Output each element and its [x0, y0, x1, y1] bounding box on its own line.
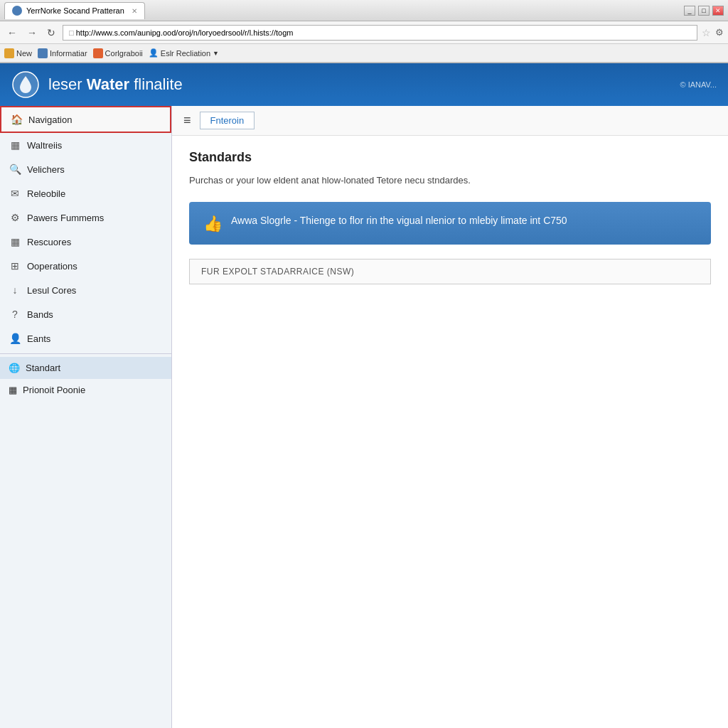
- bookmark-eslr[interactable]: 👤 Eslr Recliation ▼: [149, 48, 219, 58]
- app-brand-text: leser Water flinalite: [48, 75, 183, 94]
- feature-banner[interactable]: 👍 Awwa Slogrle - Thienge to flor rin the…: [189, 202, 711, 245]
- brand-suffix: flinalite: [134, 75, 182, 93]
- bookmark-informatiar[interactable]: Informatiar: [38, 48, 87, 58]
- back-button[interactable]: ←: [4, 26, 20, 40]
- banner-text: Awwa Slogrle - Thienge to flor rin the v…: [231, 213, 567, 228]
- close-button[interactable]: ✕: [712, 6, 724, 16]
- search-icon: 🔍: [9, 163, 21, 176]
- app-header: leser Water flinalite © IANAV...: [0, 63, 728, 106]
- sidebar-item-velichers[interactable]: 🔍 Velichers: [0, 157, 171, 181]
- mail-icon: ✉: [9, 187, 21, 200]
- tab-favicon: [12, 6, 22, 16]
- page-title: Standards: [189, 150, 711, 165]
- sidebar-item-eants[interactable]: 👤 Eants: [0, 326, 171, 350]
- page-description: Purchas or your low eldent anat hlow-lon…: [189, 173, 711, 188]
- browser-tab[interactable]: YerrNorke Socand Pratteran ✕: [4, 2, 145, 19]
- sidebar-releobile-label: Releobile: [27, 188, 65, 199]
- sidebar-item-navigation[interactable]: 🏠 Navigation: [0, 106, 171, 133]
- bookmark-new-label: New: [16, 49, 32, 58]
- window-controls: _ □ ✕: [684, 6, 724, 16]
- main-content: ≡ Fnteroin Standards Purchas or your low…: [172, 106, 728, 728]
- maximize-button[interactable]: □: [698, 6, 710, 16]
- url-text: http://www.s.com/aunipg.ood/oroj/n/loryo…: [76, 28, 294, 37]
- waltreis-icon: ▦: [9, 139, 21, 151]
- sidebar-navigation-label: Navigation: [28, 114, 72, 125]
- bookmark-informatiar-label: Informatiar: [50, 49, 87, 58]
- sidebar-item-standart[interactable]: 🌐 Standart: [0, 357, 171, 379]
- bookmark-new[interactable]: New: [4, 48, 32, 58]
- sidebar-item-prionoit[interactable]: ▦ Prionoit Poonie: [0, 379, 171, 401]
- bookmark-corlgraboii[interactable]: Corlgraboii: [93, 48, 143, 58]
- thumbs-up-icon: 👍: [203, 215, 223, 233]
- sidebar-item-lesul[interactable]: ↓ Lesul Cores: [0, 278, 171, 302]
- filter-tab-button[interactable]: Fnteroin: [200, 112, 255, 129]
- brand-second: Water: [87, 75, 129, 93]
- sidebar-item-waltreis[interactable]: ▦ Waltreiis: [0, 133, 171, 157]
- content-toolbar: ≡ Fnteroin: [172, 106, 728, 136]
- tab-title: YerrNorke Socand Pratteran: [26, 6, 124, 15]
- address-bar: ← → ↻ □ http://www.s.com/aunipg.ood/oroj…: [0, 21, 728, 44]
- export-label-box: FUR EXPOLT STADARRAICE (NSW): [189, 259, 711, 284]
- sidebar-ooperations-label: Ooperations: [27, 261, 77, 272]
- sidebar-standart-label: Standart: [26, 363, 60, 373]
- sidebar-bands-label: Bands: [27, 309, 53, 320]
- url-input[interactable]: □ http://www.s.com/aunipg.ood/oroj/n/lor…: [63, 25, 697, 41]
- sidebar-waltreis-label: Waltreiis: [27, 140, 62, 151]
- sidebar-lesul-label: Lesul Cores: [27, 285, 76, 296]
- home-icon: 🏠: [10, 113, 23, 126]
- user-info-text: © IANAV...: [680, 80, 717, 89]
- refresh-button[interactable]: ↻: [44, 26, 58, 40]
- hamburger-menu-icon[interactable]: ≡: [183, 113, 191, 128]
- minimize-button[interactable]: _: [684, 6, 695, 16]
- app-logo: [11, 70, 40, 99]
- sidebar: 🏠 Navigation ▦ Waltreiis 🔍 Velichers ✉ R…: [0, 106, 172, 728]
- sidebar-rescuores-label: Rescuores: [27, 237, 71, 247]
- person-icon: 👤: [149, 48, 159, 58]
- sidebar-item-rescuores[interactable]: ▦ Rescuores: [0, 230, 171, 254]
- dropdown-arrow-icon: ▼: [213, 50, 219, 57]
- sidebar-eants-label: Eants: [27, 333, 50, 344]
- export-label-text: FUR EXPOLT STADARRAICE (NSW): [201, 267, 354, 277]
- resources-icon: ▦: [9, 235, 21, 248]
- tab-close-button[interactable]: ✕: [132, 7, 137, 15]
- sidebar-pawers-label: Pawers Fummems: [27, 213, 104, 223]
- bookmark-icon: [38, 48, 48, 58]
- app-wrapper: leser Water flinalite © IANAV... 🏠 Navig…: [0, 63, 728, 728]
- brand-first: leser: [48, 75, 82, 93]
- content-body: Standards Purchas or your low eldent ana…: [172, 136, 728, 299]
- prionoit-icon: ▦: [9, 385, 17, 395]
- sidebar-velichers-label: Velichers: [27, 164, 65, 175]
- sidebar-prionoit-label: Prionoit Poonie: [23, 385, 85, 395]
- filter-tab-label: Fnteroin: [210, 115, 245, 126]
- person-icon: 👤: [9, 332, 21, 345]
- bookmark-icon: [4, 48, 14, 58]
- forward-button[interactable]: →: [24, 26, 40, 40]
- bookmark-icon: [93, 48, 103, 58]
- title-bar: YerrNorke Socand Pratteran ✕ _ □ ✕: [0, 0, 728, 21]
- globe-icon: 🌐: [9, 363, 20, 373]
- sidebar-divider: [0, 353, 171, 354]
- bookmark-eslr-label: Eslr Recliation: [161, 49, 210, 58]
- operations-icon: ⊞: [9, 259, 21, 272]
- sidebar-item-pawers[interactable]: ⚙ Pawers Fummems: [0, 205, 171, 230]
- bookmark-star-icon[interactable]: ☆: [702, 27, 711, 38]
- sidebar-item-bands[interactable]: ? Bands: [0, 302, 171, 326]
- gear-icon: ⚙: [9, 211, 21, 224]
- sidebar-item-releobile[interactable]: ✉ Releobile: [0, 181, 171, 205]
- bookmark-corlgraboii-label: Corlgraboii: [105, 49, 143, 58]
- settings-icon[interactable]: ⚙: [715, 27, 724, 38]
- header-user-info: © IANAV...: [680, 80, 717, 89]
- help-icon: ?: [9, 308, 21, 321]
- browser-chrome: YerrNorke Socand Pratteran ✕ _ □ ✕ ← → ↻…: [0, 0, 728, 63]
- sidebar-item-ooperations[interactable]: ⊞ Ooperations: [0, 254, 171, 278]
- bookmarks-bar: New Informatiar Corlgraboii 👤 Eslr Recli…: [0, 44, 728, 63]
- download-icon: ↓: [9, 284, 21, 296]
- app-body: 🏠 Navigation ▦ Waltreiis 🔍 Velichers ✉ R…: [0, 106, 728, 728]
